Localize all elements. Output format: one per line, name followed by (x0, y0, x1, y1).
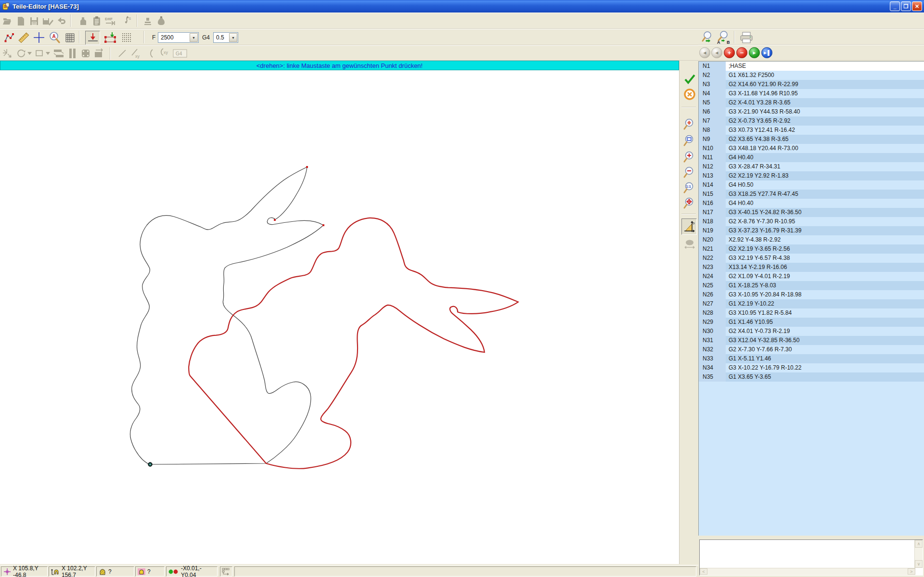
gcode-row[interactable]: N29 G1 X1.46 Y10.95 (699, 318, 924, 327)
gcode-row[interactable]: N27 G1 X2.19 Y-10.22 (699, 299, 924, 308)
coolant-jug-icon[interactable] (155, 15, 167, 27)
gcode-row[interactable]: N8 G3 X0.73 Y12.41 R-16.42 (699, 126, 924, 135)
chevron-down-icon[interactable]: ▼ (190, 33, 198, 42)
gcode-list[interactable]: N1 ;HASE N2 G1 X61.32 F2500 N3 G2 X14.60… (698, 61, 924, 536)
gcode-line-number[interactable]: N15 (699, 190, 726, 199)
origin-view-button[interactable]: o (681, 218, 697, 235)
gcode-row[interactable]: N22 G3 X2.19 Y-6.57 R-4.38 (699, 254, 924, 263)
gcode-line-code[interactable]: G2 X-4.01 Y3.28 R-3.65 (726, 98, 924, 107)
run-program-button[interactable]: ► (749, 47, 760, 58)
gcode-line-number[interactable]: N25 (699, 281, 726, 290)
gcode-line-number[interactable]: N21 (699, 244, 726, 254)
import-part-icon[interactable] (77, 15, 90, 27)
gcode-line-number[interactable]: N27 (699, 299, 726, 308)
raster-toggle-icon[interactable] (120, 31, 133, 44)
gcode-row[interactable]: N33 G1 X-5.11 Y1.46 (699, 354, 924, 363)
step-back-fast-button[interactable]: ◄ (711, 47, 722, 58)
gcode-line-code[interactable]: G4 H0.40 (726, 153, 924, 162)
gcode-line-code[interactable]: G3 X-37.23 Y-16.79 R-31.39 (726, 226, 924, 235)
step-back-button[interactable]: ◄ (699, 47, 710, 58)
line-xy-tool-icon[interactable]: xy (129, 48, 142, 59)
gcode-line-number[interactable]: N20 (699, 235, 726, 244)
gcode-line-code[interactable]: G1 X-18.25 Y-8.03 (726, 281, 924, 290)
zoom-a-to-b-icon[interactable]: AB (716, 31, 731, 44)
gcode-row[interactable]: N7 G2 X-0.73 Y3.65 R-2.92 (699, 116, 924, 126)
gcode-line-number[interactable]: N28 (699, 308, 726, 318)
gcode-line-number[interactable]: N8 (699, 126, 726, 135)
gcode-line-code[interactable]: ;HASE (726, 62, 924, 71)
rotate-tool-icon[interactable] (15, 48, 27, 59)
gcode-row[interactable]: N17 G3 X-40.15 Y-24.82 R-36.50 (699, 208, 924, 217)
mirror-tool-icon[interactable] (52, 48, 65, 59)
gcode-line-code[interactable]: G2 X1.09 Y-4.01 R-2.19 (726, 272, 924, 281)
gcode-row[interactable]: N10 G3 X48.18 Y20.44 R-73.00 (699, 144, 924, 153)
gcode-line-code[interactable]: G4 H0.50 (726, 180, 924, 190)
gcode-line-number[interactable]: N19 (699, 226, 726, 235)
gcode-line-code[interactable]: G3 X18.25 Y27.74 R-47.45 (726, 190, 924, 199)
toolpath-direction-icon[interactable]: S (120, 15, 133, 27)
gcode-row[interactable]: N3 G2 X14.60 Y21.90 R-22.99 (699, 80, 924, 89)
drawing-svg[interactable] (0, 70, 679, 564)
gcode-row[interactable]: N30 G2 X4.01 Y-0.73 R-2.19 (699, 327, 924, 336)
gcode-line-code[interactable]: X2.92 Y-4.38 R-2.92 (726, 235, 924, 244)
rabbit-outline[interactable] (130, 167, 323, 464)
gcode-line-number[interactable]: N32 (699, 345, 726, 354)
titlebar[interactable]: Teile-Editor [HASE-73] _ ❐ ✕ (0, 0, 924, 13)
gcode-line-number[interactable]: N10 (699, 144, 726, 153)
gcode-line-code[interactable]: G2 X4.01 Y-0.73 R-2.19 (726, 327, 924, 336)
feed-combobox[interactable]: 2500 ▼ (158, 32, 199, 43)
gcode-row[interactable]: N26 G3 X-10.95 Y-20.84 R-18.98 (699, 290, 924, 299)
gcode-line-code[interactable]: X13.14 Y-2.19 R-16.06 (726, 263, 924, 272)
save-file-as-icon[interactable] (41, 15, 54, 27)
undo-icon[interactable] (55, 15, 67, 27)
zoom-auto-tool-icon[interactable]: A (48, 31, 61, 44)
gcode-row[interactable]: N1 ;HASE (699, 62, 924, 71)
gcode-line-code[interactable]: G3 X-40.15 Y-24.82 R-36.50 (726, 208, 924, 217)
chevron-down-icon[interactable]: ▼ (229, 33, 237, 42)
rotate-rect-tool-icon[interactable] (92, 48, 106, 59)
new-file-icon[interactable] (14, 15, 27, 27)
confirm-check-icon[interactable] (683, 72, 696, 86)
gcode-line-number[interactable]: N29 (699, 318, 726, 327)
gcode-row[interactable]: N5 G2 X-4.01 Y3.28 R-3.65 (699, 98, 924, 107)
dwell-g4-tool-icon[interactable]: G4 (172, 48, 188, 59)
gcode-row[interactable]: N19 G3 X-37.23 Y-16.79 R-31.39 (699, 226, 924, 235)
gcode-line-code[interactable]: G2 X2.19 Y-3.65 R-2.56 (726, 244, 924, 254)
zoom-window-icon[interactable] (683, 134, 696, 147)
gcode-line-code[interactable]: G2 X-8.76 Y-7.30 R-10.95 (726, 217, 924, 226)
gcode-line-number[interactable]: N22 (699, 254, 726, 263)
gcode-line-code[interactable]: G3 X-10.95 Y-20.84 R-18.98 (726, 290, 924, 299)
gcode-line-number[interactable]: N31 (699, 336, 726, 345)
gcode-line-number[interactable]: N1 (699, 62, 726, 71)
gcode-line-code[interactable]: G2 X3.65 Y4.38 R-3.65 (726, 135, 924, 144)
scroll-right-icon[interactable]: > (908, 568, 915, 575)
line-tool-icon[interactable] (116, 48, 128, 59)
gcode-row[interactable]: N24 G2 X1.09 Y-4.01 R-2.19 (699, 272, 924, 281)
gcode-row[interactable]: N20 X2.92 Y-4.38 R-2.92 (699, 235, 924, 244)
gcode-row[interactable]: N25 G1 X-18.25 Y-8.03 (699, 281, 924, 290)
gcode-line-number[interactable]: N30 (699, 327, 726, 336)
output-textbox[interactable]: ∧ ∨ < > (699, 539, 923, 576)
scroll-left-icon[interactable]: < (700, 568, 707, 575)
set-startpoint-tool[interactable] (85, 31, 100, 45)
gcode-row[interactable]: N35 G1 X3.65 Y-3.65 (699, 372, 924, 382)
gcode-row[interactable]: N31 G3 X12.04 Y-32.85 R-36.50 (699, 336, 924, 345)
gcode-line-code[interactable]: G1 X61.32 F2500 (726, 71, 924, 80)
gcode-line-number[interactable]: N7 (699, 116, 726, 126)
gcode-row[interactable]: N9 G2 X3.65 Y4.38 R-3.65 (699, 135, 924, 144)
cancel-x-icon[interactable] (683, 88, 696, 101)
gcode-row[interactable]: N28 G3 X10.95 Y1.82 R-5.84 (699, 308, 924, 318)
insert-line-button[interactable]: + (724, 47, 735, 58)
rectangle-tool-icon[interactable] (34, 48, 45, 59)
clipboard-icon[interactable] (90, 15, 103, 27)
fillet-pad-tool-icon[interactable] (80, 48, 91, 59)
gcode-row[interactable]: N21 G2 X2.19 Y-3.65 R-2.56 (699, 244, 924, 254)
node-marker[interactable] (306, 166, 308, 168)
dwell-combobox[interactable]: 0.5 ▼ (213, 32, 238, 43)
chevron-down-icon[interactable] (45, 48, 51, 59)
gcode-row[interactable]: N18 G2 X-8.76 Y-7.30 R-10.95 (699, 217, 924, 226)
align-bars-tool-icon[interactable] (67, 48, 78, 59)
gcode-line-number[interactable]: N26 (699, 290, 726, 299)
feed-value[interactable]: 2500 (158, 34, 190, 41)
zoom-extents-icon[interactable] (683, 117, 696, 131)
